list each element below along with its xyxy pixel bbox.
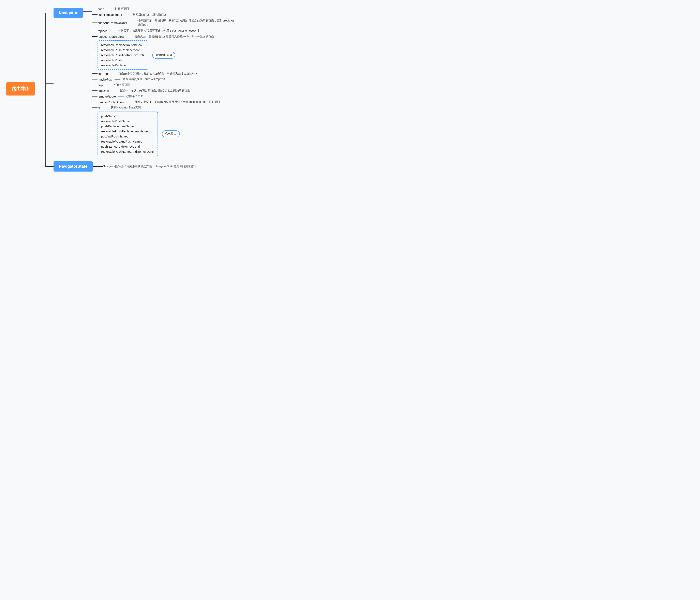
- item-canPop-desc: 页面是否可以移除，根页面无法移除：不是根页面才会返回true: [118, 72, 197, 75]
- item-canPop: canPop —— 页面是否可以移除，根页面无法移除：不是根页面才会返回true: [92, 71, 235, 76]
- item-maybePop: maybePop —— 查询当前页面的Route.willPop方法: [92, 76, 235, 82]
- item-of-dash: ——: [103, 106, 108, 109]
- named-group-container: pushNamed restorablePushNamed pushReplac…: [98, 111, 180, 156]
- root-node: 路由导图: [6, 82, 35, 96]
- item-canPop-hline: [92, 73, 98, 74]
- root-h-line: [35, 89, 45, 89]
- item-restorablePushNamedAndRemoveUntil: restorablePushNamedAndRemoveUntil: [101, 149, 154, 154]
- item-restorableReplace: restorableReplace: [101, 63, 144, 67]
- item-restorable-hline: [92, 55, 98, 55]
- item-restorablePush: restorablePush: [101, 58, 144, 62]
- item-push: push —— 打开新页面: [92, 6, 235, 12]
- item-named-group-row: pushNamed restorablePushNamed pushReplac…: [92, 110, 235, 157]
- item-pushReplacement: pushReplacement —— 关闭当前页面，跳转新页面: [92, 12, 235, 18]
- branch-spacer: [45, 157, 235, 161]
- item-push-hline: [92, 9, 98, 9]
- nav-items-list: push —— 打开新页面 pushReplacement —— 关闭当前页面，…: [92, 6, 235, 157]
- navigator-state-branch-row: NavigatorState Navigator提供操作相关路由的静态方法，Na…: [45, 161, 235, 172]
- nav-h-line: [45, 83, 53, 83]
- item-removeRoute: removeRoute —— 移除某个页面: [92, 94, 235, 99]
- named-badge: 命名路由: [162, 130, 180, 137]
- item-replaceRouteBelow-dash: ——: [126, 35, 132, 38]
- navigator-node-spacer: Navigator: [53, 6, 83, 18]
- item-restorable-group-row: restorableReplaceRouteBelow restorablePu…: [92, 39, 235, 71]
- item-removeRouteBelow: removeRouteBelow —— 移除某个页面，要移除的页面是是传入参数a…: [92, 99, 235, 105]
- item-push-dash: ——: [107, 7, 112, 10]
- item-named-hline: [92, 134, 98, 134]
- item-removeRoute-hline: [92, 96, 98, 97]
- item-restorableReplaceRouteBelow: restorableReplaceRouteBelow: [101, 43, 144, 47]
- item-popUntil: popUntil —— 设置一个锚点，关闭当前页面到锚点页面之间的所有页面: [92, 88, 235, 94]
- item-pushAndRemoveUntil-desc: 打开新页面，并按顺序（从栈顶到栈底）移出之前的所有页面，直到predicate返…: [138, 19, 235, 27]
- item-of-hline: [92, 107, 98, 108]
- item-restorablePushReplacementNamed: restorablePushReplacementNamed: [101, 129, 154, 133]
- nav-to-items-connector: [83, 6, 92, 17]
- item-pushReplacement-hline: [92, 15, 98, 15]
- item-popAndPushNamed: popAndPushNamed: [101, 134, 154, 139]
- item-pushAndRemoveUntil: pushAndRemoveUntil —— 打开新页面，并按顺序（从栈顶到栈底）…: [92, 18, 235, 28]
- item-restorablePushNamed: restorablePushNamed: [101, 119, 154, 123]
- item-removeRoute-dash: ——: [118, 95, 124, 98]
- item-replace-name: replace: [98, 29, 107, 33]
- navigator-branch-row: Navigator push: [45, 6, 235, 157]
- navigator-node: Navigator: [53, 8, 83, 18]
- named-items: pushNamed restorablePushNamed pushReplac…: [101, 114, 154, 154]
- item-popUntil-dash: ——: [111, 89, 117, 92]
- item-replaceRouteBelow-desc: 替换页面，要替换的页面是是传入参数anchorRouter里面的页面: [134, 35, 214, 38]
- item-restorablePopAndPushNamed: restorablePopAndPushNamed: [101, 139, 154, 144]
- item-maybePop-name: maybePop: [98, 78, 112, 81]
- item-restorablePushAndRemoveUntil: restorablePushAndRemoveUntil: [101, 53, 144, 57]
- item-removeRoute-desc: 移除某个页面: [126, 95, 143, 98]
- item-removeRouteBelow-name: removeRouteBelow: [98, 100, 124, 104]
- item-replaceRouteBelow: replaceRouteBelow —— 替换页面，要替换的页面是是传入参数an…: [92, 34, 235, 39]
- item-pop-dash: ——: [105, 83, 111, 86]
- nav-state-h-line: [45, 166, 53, 167]
- item-maybePop-dash: ——: [115, 78, 120, 81]
- item-push-name: push: [98, 7, 104, 11]
- navigator-state-desc: Navigator提供操作相关路由的静态方法，NavigatorState是具体…: [103, 165, 196, 168]
- item-removeRouteBelow-dash: ——: [126, 100, 132, 104]
- item-pushAndRemoveUntil-name: pushAndRemoveUntil: [98, 21, 127, 25]
- item-replace-dash: ——: [110, 29, 116, 32]
- item-pushNamed: pushNamed: [101, 114, 154, 118]
- item-of-name: of: [98, 106, 100, 109]
- item-pushAndRemoveUntil-hline: [92, 23, 98, 23]
- item-push-desc: 打开新页面: [115, 7, 129, 11]
- item-maybePop-desc: 查询当前页面的Route.willPop方法: [123, 77, 166, 81]
- item-replaceRouteBelow-name: replaceRouteBelow: [98, 35, 124, 38]
- item-pushReplacement-dash: ——: [124, 13, 130, 16]
- item-pushAndRemoveUntil-dash: ——: [129, 21, 135, 24]
- item-removeRouteBelow-hline: [92, 102, 98, 102]
- item-pushReplacementNamed: pushReplacementNamed: [101, 124, 154, 128]
- item-pop-name: pop: [98, 83, 103, 87]
- item-replace: replace —— 替换页面，如果要替换顶层页面建议使用：pushAndRem…: [92, 28, 235, 34]
- main-branches: Navigator push: [45, 6, 235, 172]
- item-popUntil-name: popUntil: [98, 89, 109, 93]
- navigator-state-node: NavigatorState: [53, 161, 93, 172]
- item-restorablePushReplacement: restorablePushReplacement: [101, 48, 144, 52]
- diagram-container: 路由导图 Navigator: [6, 6, 694, 172]
- item-popUntil-desc: 设置一个锚点，关闭当前页面到锚点页面之间的所有页面: [119, 89, 190, 93]
- restorable-dashed-group: restorableReplaceRouteBelow restorablePu…: [98, 40, 148, 70]
- nav-state-to-desc-line: [93, 166, 103, 167]
- item-replaceRouteBelow-hline: [92, 36, 98, 37]
- item-pushReplacement-name: pushReplacement: [98, 13, 122, 17]
- restorable-group-container: restorableReplaceRouteBelow restorablePu…: [98, 40, 175, 70]
- nav-h-connector: [45, 6, 53, 157]
- item-maybePop-hline: [92, 79, 98, 79]
- item-removeRoute-name: removeRoute: [98, 95, 116, 98]
- item-removeRouteBelow-desc: 移除某个页面，要移除的页面是是传入参数anchorRouter里面的页面: [134, 100, 220, 104]
- navigator-node-wrapper: Navigator: [53, 6, 83, 18]
- restorable-badge: 会返回恢复id: [152, 52, 175, 58]
- named-dashed-group: pushNamed restorablePushNamed pushReplac…: [98, 111, 158, 156]
- nav-to-items-line: [83, 11, 92, 11]
- item-pushNamedAndRemoveUntil: pushNamedAndRemoveUntil: [101, 144, 154, 149]
- nav-items-spine: [92, 9, 92, 134]
- root-connector-area: Navigator push: [35, 6, 235, 172]
- item-replace-desc: 替换页面，如果要替换顶层页面建议使用：pushAndRemoveUntil: [118, 29, 199, 33]
- item-canPop-dash: ——: [110, 72, 116, 75]
- root-h-connector: [35, 6, 45, 172]
- item-replace-hline: [92, 31, 98, 31]
- restorable-items: restorableReplaceRouteBelow restorablePu…: [101, 43, 144, 67]
- item-pushReplacement-desc: 关闭当前页面，跳转新页面: [132, 13, 167, 17]
